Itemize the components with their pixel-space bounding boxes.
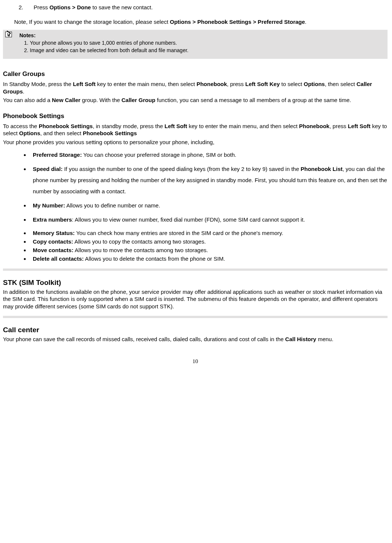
list-item: My Number: Allows you to define number o…: [30, 200, 388, 211]
storage-note: Note, If you want to change the storage …: [14, 16, 388, 28]
call-center-paragraph: Your phone can save the call records of …: [3, 336, 388, 343]
phonebook-p1: To access the Phonebook Settings, in sta…: [3, 123, 388, 137]
section-divider: [3, 269, 388, 271]
list-item: Memory Status: You can check how many en…: [30, 229, 388, 237]
stk-paragraph: In addition to the functions available o…: [3, 288, 388, 310]
phonebook-bullets-tight: Memory Status: You can check how many en…: [3, 229, 388, 263]
notes-item: Your phone allows you to save 1,000 entr…: [30, 39, 385, 46]
heading-caller-groups: Caller Groups: [3, 70, 388, 78]
heading-phonebook-settings: Phonebook Settings: [3, 112, 388, 120]
step-number: 2.: [19, 4, 32, 11]
notes-content: Notes: Your phone allows you to save 1,0…: [19, 32, 385, 54]
list-item: Delete all contacts: Allows you to delet…: [30, 255, 388, 263]
notes-list: Your phone allows you to save 1,000 entr…: [19, 39, 385, 54]
step-2: 2. Press Options > Done to save the new …: [19, 4, 388, 11]
caller-groups-p1: In Standby Mode, press the Left Soft key…: [3, 80, 388, 95]
notes-box: ↳ Notes: Your phone allows you to save 1…: [3, 30, 388, 59]
list-item: Copy contacts: Allows you to copy the co…: [30, 238, 388, 245]
heading-call-center: Call center: [3, 326, 388, 335]
step-text: Press Options > Done to save the new con…: [34, 4, 153, 10]
phonebook-bullets-spaced: Preferred Storage: You can choose your p…: [3, 149, 388, 225]
list-item: Preferred Storage: You can choose your p…: [30, 149, 388, 161]
caller-groups-p2: You can also add a New Caller group. Wit…: [3, 96, 388, 104]
section-divider: [3, 316, 388, 318]
list-item: Move contacts: Allows you to move the co…: [30, 246, 388, 254]
notes-title: Notes:: [19, 32, 385, 39]
note-arrow-icon: ↳: [5, 32, 12, 37]
phonebook-p2: Your phone provides you various setting …: [3, 139, 388, 146]
heading-stk: STK (SIM Toolkit): [3, 278, 388, 288]
list-item: Speed dial: If you assign the number to …: [30, 163, 388, 197]
notes-item: Image and video can be selected from bot…: [30, 47, 385, 54]
list-item: Extra numbers: Allows you to view owner …: [30, 214, 388, 225]
page-number: 10: [3, 358, 388, 365]
